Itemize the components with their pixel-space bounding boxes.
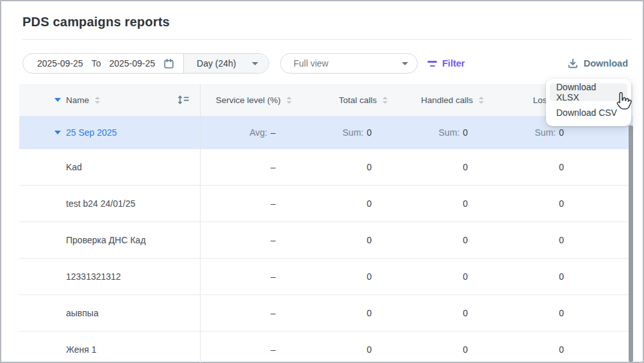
page-title: PDS campaigns reports: [22, 15, 170, 29]
avg-label: Avg:: [249, 127, 267, 138]
view-select[interactable]: Full view: [280, 53, 418, 74]
column-header-service-level-label: Service level (%): [216, 95, 281, 105]
download-button[interactable]: Download: [567, 58, 628, 69]
date-range-and-interval-control: 2025-09-25 To 2025-09-25 Day (24h): [22, 53, 269, 74]
table-row: Проверка ДНС Кад – 0 0 0: [19, 222, 633, 259]
lost-calls-cell: 0: [497, 186, 593, 222]
campaign-name-cell: аывпыа: [19, 295, 201, 331]
chevron-down-icon: [402, 62, 408, 65]
sum-label: Sum:: [439, 127, 460, 138]
interval-select[interactable]: Day (24h): [184, 54, 268, 73]
date-range-picker[interactable]: 2025-09-25 To 2025-09-25: [23, 58, 183, 69]
service-level-cell: –: [201, 149, 304, 185]
group-sum-total-calls-cell: Sum: 0: [304, 116, 400, 149]
table-row: Kad – 0 0 0: [19, 149, 633, 186]
campaign-name-cell: Проверка ДНС Кад: [19, 222, 201, 258]
date-range-to-label: To: [92, 58, 101, 69]
lost-calls-cell: 0: [497, 295, 593, 331]
sum-label: Sum:: [535, 127, 556, 138]
date-from-value[interactable]: 2025-09-25: [37, 58, 83, 69]
download-xlsx-menu-item[interactable]: Download XLSX: [550, 83, 627, 101]
campaign-name-cell: Kad: [19, 149, 201, 185]
row-height-icon[interactable]: [178, 95, 190, 105]
service-level-cell: –: [201, 186, 304, 222]
row-filler: [593, 295, 633, 331]
column-header-handled-calls-label: Handled calls: [421, 95, 473, 105]
service-level-cell: –: [201, 222, 304, 258]
lost-calls-cell: 0: [497, 259, 593, 294]
collapse-all-icon[interactable]: [54, 98, 61, 102]
sum-value: 0: [463, 127, 468, 138]
row-filler: [593, 186, 633, 222]
sort-icon: [383, 97, 388, 104]
column-header-total-calls[interactable]: Total calls: [304, 84, 400, 116]
title-divider: [22, 39, 632, 40]
filter-button[interactable]: Filter: [427, 58, 465, 69]
service-level-cell: –: [201, 295, 304, 331]
group-name-cell[interactable]: 25 Sep 2025: [19, 116, 201, 149]
chevron-down-icon: [252, 62, 258, 65]
filter-icon: [427, 60, 437, 67]
toolbar: 2025-09-25 To 2025-09-25 Day (24h) Full …: [22, 53, 632, 74]
row-filler: [593, 222, 633, 258]
sum-value: 0: [559, 127, 564, 138]
group-date-label: 25 Sep 2025: [66, 127, 117, 138]
service-level-cell: –: [201, 259, 304, 294]
handled-calls-cell: 0: [400, 222, 497, 258]
table-row: 12331321312 – 0 0 0: [19, 259, 633, 295]
campaigns-table: Name Service level (%) Total call: [19, 84, 633, 363]
row-filler: [593, 332, 633, 363]
vertical-scrollbar[interactable]: [629, 125, 633, 362]
campaign-name-cell: Женя 1: [19, 332, 201, 363]
column-header-total-calls-label: Total calls: [339, 95, 377, 105]
collapse-group-icon[interactable]: [54, 131, 61, 134]
pds-campaigns-report-window: PDS campaigns reports 2025-09-25 To 2025…: [0, 0, 644, 363]
lost-calls-cell: 0: [497, 149, 593, 185]
download-button-label: Download: [584, 58, 628, 69]
campaign-name-cell: 12331321312: [19, 259, 201, 294]
sum-value: 0: [367, 127, 372, 138]
table-row: аывпыа – 0 0 0: [19, 295, 633, 332]
group-row-25-sep-2025[interactable]: 25 Sep 2025 Avg: – Sum: 0 Sum: 0 Sum: 0: [19, 116, 633, 149]
lost-calls-cell: 0: [497, 332, 593, 363]
handled-calls-cell: 0: [400, 259, 497, 294]
filter-button-label: Filter: [442, 58, 465, 69]
group-sum-handled-calls-cell: Sum: 0: [400, 116, 497, 149]
total-calls-cell: 0: [304, 222, 400, 258]
date-to-value[interactable]: 2025-09-25: [109, 58, 155, 69]
total-calls-cell: 0: [304, 149, 400, 185]
table-row: test b24 24/01/25 – 0 0 0: [19, 186, 633, 222]
calendar-icon[interactable]: [163, 58, 174, 69]
handled-calls-cell: 0: [400, 295, 497, 331]
handled-calls-cell: 0: [400, 149, 497, 185]
table-row: Женя 1 – 0 0 0: [19, 332, 633, 363]
column-header-service-level[interactable]: Service level (%): [201, 84, 304, 116]
download-icon: [567, 58, 579, 69]
sum-label: Sum:: [343, 127, 364, 138]
interval-value: Day (24h): [197, 58, 236, 69]
total-calls-cell: 0: [304, 186, 400, 222]
handled-calls-cell: 0: [400, 332, 497, 363]
table-header-row: Name Service level (%) Total call: [19, 84, 633, 116]
handled-calls-cell: 0: [400, 186, 497, 222]
sort-icon: [286, 97, 292, 104]
total-calls-cell: 0: [304, 332, 400, 363]
row-filler: [593, 149, 633, 185]
campaign-name-cell: test b24 24/01/25: [19, 186, 201, 222]
view-value: Full view: [293, 58, 328, 69]
service-level-cell: –: [201, 332, 304, 363]
lost-calls-cell: 0: [497, 222, 593, 258]
group-avg-service-level-cell: Avg: –: [201, 116, 304, 149]
sort-icon: [95, 97, 100, 104]
column-header-name-label: Name: [66, 95, 89, 105]
sort-icon: [479, 97, 484, 104]
avg-value: –: [270, 127, 276, 138]
column-header-name[interactable]: Name: [19, 84, 201, 116]
row-filler: [593, 259, 633, 294]
total-calls-cell: 0: [304, 259, 400, 294]
download-csv-menu-item[interactable]: Download CSV: [550, 104, 627, 122]
total-calls-cell: 0: [304, 295, 400, 331]
download-menu: Download XLSX Download CSV: [546, 79, 631, 126]
column-header-handled-calls[interactable]: Handled calls: [400, 84, 497, 116]
